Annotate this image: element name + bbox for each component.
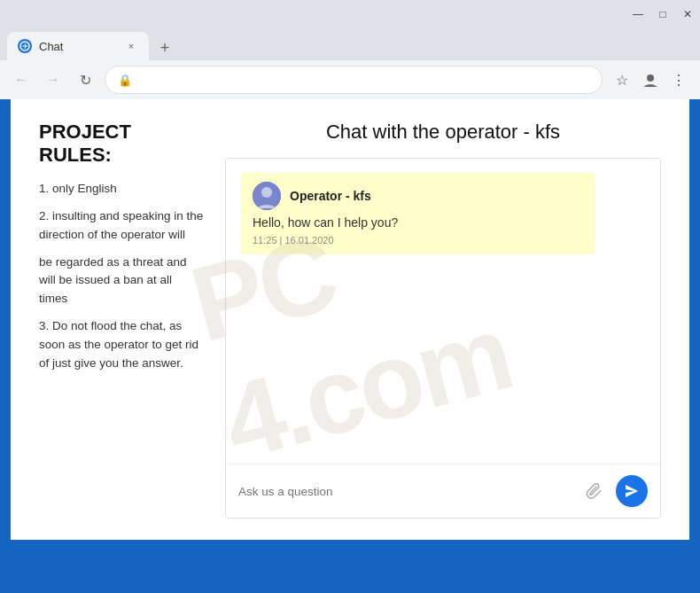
rules-content: 1. only English 2. insulting and speakin…: [39, 180, 204, 373]
tab-close-button[interactable]: ×: [124, 39, 138, 53]
chat-message: Operator - kfs Hello, how can I help you…: [240, 173, 595, 254]
lock-icon: 🔒: [118, 74, 132, 87]
tab-title: Chat: [39, 40, 117, 53]
close-button[interactable]: ✕: [682, 9, 693, 20]
rules-sidebar: PROJECT RULES: 1. only English 2. insult…: [39, 121, 225, 519]
active-tab[interactable]: Chat ×: [7, 32, 149, 60]
chat-input-row: [226, 464, 660, 518]
address-bar[interactable]: 🔒: [105, 66, 603, 94]
minimize-button[interactable]: —: [633, 9, 643, 20]
title-bar-buttons: — □ ✕: [633, 9, 693, 20]
message-time: 11:25 | 16.01.2020: [253, 235, 582, 246]
rule-2-cont: be regarded as a threat and will be issu…: [39, 254, 204, 309]
tab-favicon: [18, 39, 32, 53]
rules-title: PROJECT RULES:: [39, 121, 204, 168]
svg-point-4: [261, 187, 272, 198]
browser-chrome: — □ ✕ Chat × + ← → ↻ 🔒 ☆ ⋮: [0, 0, 700, 99]
svg-point-2: [647, 74, 654, 82]
send-button[interactable]: [616, 475, 648, 507]
new-tab-button[interactable]: +: [152, 35, 177, 60]
rule-2: 2. insulting and speaking in the directi…: [39, 207, 204, 245]
operator-avatar: [253, 182, 281, 210]
menu-icon[interactable]: ⋮: [666, 67, 691, 92]
chat-window: Operator - kfs Hello, how can I help you…: [225, 158, 661, 519]
operator-name: Operator - kfs: [290, 189, 371, 203]
bookmark-icon[interactable]: ☆: [610, 67, 634, 92]
chat-area: Chat with the operator - kfs Operator - …: [225, 121, 661, 519]
tab-bar: Chat × +: [0, 28, 700, 60]
message-header: Operator - kfs: [253, 182, 582, 210]
attach-button[interactable]: [582, 479, 607, 503]
chat-input[interactable]: [238, 485, 573, 498]
toolbar-right: ☆ ⋮: [610, 67, 691, 92]
rule-1: 1. only English: [39, 180, 204, 199]
chat-header: Chat with the operator - kfs: [225, 121, 661, 144]
maximize-button[interactable]: □: [657, 9, 668, 20]
chat-messages: Operator - kfs Hello, how can I help you…: [226, 159, 660, 464]
refresh-button[interactable]: ↻: [73, 67, 97, 92]
page-content: PROJECT RULES: 1. only English 2. insult…: [11, 99, 689, 540]
address-bar-row: ← → ↻ 🔒 ☆ ⋮: [0, 60, 700, 99]
title-bar: — □ ✕: [0, 0, 700, 28]
rule-3: 3. Do not flood the chat, as soon as the…: [39, 317, 204, 373]
forward-button[interactable]: →: [41, 67, 66, 92]
back-button[interactable]: ←: [9, 67, 34, 92]
message-text: Hello, how can I help you?: [253, 215, 582, 230]
profile-icon[interactable]: [638, 67, 663, 92]
